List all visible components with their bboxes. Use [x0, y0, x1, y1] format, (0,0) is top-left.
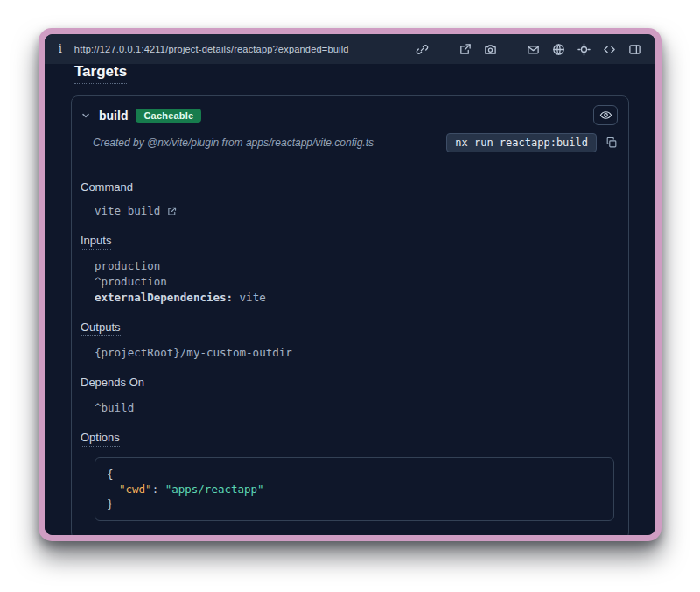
globe-icon[interactable]	[551, 42, 565, 56]
inputs-label: Inputs	[80, 234, 111, 250]
outputs-section: Outputs {projectRoot}/my-custom-outdir	[80, 319, 616, 361]
panel-icon[interactable]	[627, 42, 641, 56]
outputs-label: Outputs	[80, 321, 121, 336]
json-value: "apps/reactapp"	[165, 483, 264, 496]
build-created-row: Created by @nx/vite/plugin from apps/rea…	[72, 130, 628, 164]
command-value: vite build	[94, 203, 160, 219]
export-icon[interactable]	[458, 42, 472, 56]
link-icon[interactable]	[415, 42, 429, 56]
outputs-value: {projectRoot}/my-custom-outdir	[94, 345, 616, 361]
inputs-list: production ^production externalDependenc…	[94, 258, 616, 306]
command-value-row: vite build	[94, 203, 616, 219]
inputs-section: Inputs production ^production externalDe…	[80, 232, 616, 306]
targets-heading: Targets	[74, 64, 127, 84]
code-line: "cwd": "apps/reactapp"	[107, 482, 602, 497]
copy-icon[interactable]	[606, 137, 618, 149]
project-details-page: Targets build Cacheable	[45, 64, 655, 535]
external-link-icon[interactable]	[166, 206, 178, 217]
options-section: Options { "cwd": "apps/reactapp" }	[80, 429, 616, 521]
chevron-down-icon[interactable]	[80, 110, 91, 121]
depends-on-label: Depends On	[80, 376, 144, 391]
command-label: Command	[80, 180, 133, 194]
external-deps-key: externalDependencies:	[94, 291, 233, 304]
app-window: i http://127.0.0.1:4211/project-details/…	[38, 28, 662, 541]
camera-icon[interactable]	[483, 42, 497, 56]
mail-icon[interactable]	[526, 42, 540, 56]
target-card-build: build Cacheable Created by @nx/vite/plug…	[71, 95, 629, 535]
depends-on-value: ^build	[94, 400, 616, 416]
depends-on-section: Depends On ^build	[80, 374, 616, 416]
json-key: "cwd"	[119, 483, 152, 496]
window-inner: i http://127.0.0.1:4211/project-details/…	[45, 34, 655, 535]
eye-icon-build[interactable]	[593, 105, 618, 125]
locate-icon[interactable]	[577, 42, 591, 56]
target-name-build: build	[99, 109, 128, 123]
info-icon: i	[59, 43, 62, 55]
external-deps-value: vite	[240, 291, 266, 304]
created-by-text: Created by @nx/vite/plugin from apps/rea…	[93, 137, 438, 149]
code-line: {	[107, 467, 602, 482]
build-card-body: Command vite build Inputs	[72, 164, 628, 535]
address-url[interactable]: http://127.0.0.1:4211/project-details/re…	[74, 44, 415, 54]
options-label: Options	[80, 431, 120, 447]
code-icon[interactable]	[602, 42, 616, 56]
build-card-header: build Cacheable	[72, 96, 628, 130]
titlebar-actions	[415, 42, 641, 56]
command-section: Command vite build	[80, 179, 616, 219]
run-command-chip: nx run reactapp:build	[446, 133, 597, 152]
code-line: }	[107, 497, 602, 511]
titlebar: i http://127.0.0.1:4211/project-details/…	[45, 34, 655, 64]
json-separator: :	[152, 483, 165, 496]
input-item: production	[94, 258, 616, 274]
input-item-external-deps: externalDependencies: vite	[94, 290, 616, 306]
input-item: ^production	[94, 274, 616, 290]
options-code-box: { "cwd": "apps/reactapp" }	[94, 457, 614, 521]
cacheable-badge: Cacheable	[136, 109, 201, 123]
